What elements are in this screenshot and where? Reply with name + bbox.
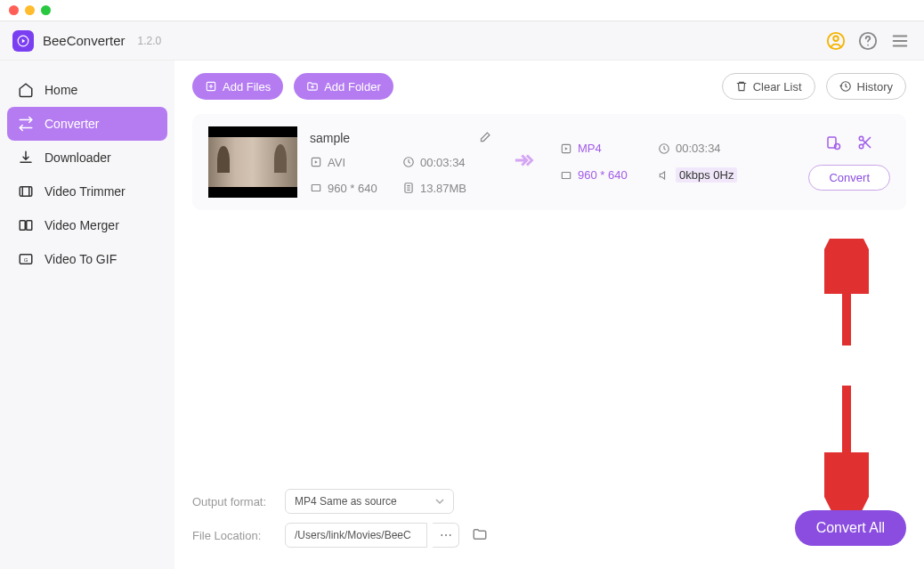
sidebar-item-downloader[interactable]: Downloader xyxy=(7,141,167,175)
add-folder-button[interactable]: Add Folder xyxy=(294,73,393,100)
target-audio: 0kbps 0Hz xyxy=(658,167,756,183)
help-icon[interactable] xyxy=(856,29,879,53)
sidebar-item-label: Converter xyxy=(45,117,99,131)
arrow-icon xyxy=(514,151,539,173)
svg-rect-5 xyxy=(20,187,32,197)
history-button[interactable]: History xyxy=(826,73,906,100)
open-folder-icon[interactable] xyxy=(472,526,488,545)
target-duration: 00:03:34 xyxy=(658,142,756,155)
svg-rect-7 xyxy=(27,221,32,231)
sidebar-item-video-to-gif[interactable]: G Video To GIF xyxy=(7,242,167,276)
source-format: AVI xyxy=(310,156,399,169)
source-size: 13.87MB xyxy=(402,182,491,195)
app-logo xyxy=(12,30,34,52)
output-format-select[interactable]: MP4 Same as source xyxy=(285,489,454,514)
annotation-arrow-1 xyxy=(824,239,869,354)
convert-all-button[interactable]: Convert All xyxy=(795,510,906,546)
convert-button[interactable]: Convert xyxy=(808,165,890,191)
main-content: Add Files Add Folder Clear List History xyxy=(174,61,924,569)
titlebar xyxy=(0,0,924,21)
add-files-button[interactable]: Add Files xyxy=(192,73,283,100)
menu-icon[interactable] xyxy=(888,29,912,53)
window-maximize[interactable] xyxy=(41,5,51,15)
output-format-label: Output format: xyxy=(192,495,272,508)
sidebar-item-video-merger[interactable]: Video Merger xyxy=(7,208,167,242)
video-thumbnail[interactable] xyxy=(208,126,297,198)
target-format[interactable]: MP4 xyxy=(560,142,658,155)
sidebar-item-home[interactable]: Home xyxy=(7,73,167,107)
svg-rect-13 xyxy=(312,185,320,191)
sidebar-item-label: Video Merger xyxy=(45,218,119,232)
settings-icon[interactable] xyxy=(825,134,841,154)
sidebar-item-label: Home xyxy=(45,83,77,97)
sidebar-item-label: Video Trimmer xyxy=(45,184,126,199)
window-close[interactable] xyxy=(9,5,19,15)
source-resolution: 960 * 640 xyxy=(310,182,399,195)
file-location-label: File Location: xyxy=(192,529,272,542)
sidebar-item-label: Downloader xyxy=(45,150,111,165)
file-location-input[interactable]: /Users/link/Movies/BeeC xyxy=(285,523,427,548)
app-name: BeeConverter xyxy=(43,33,126,48)
scissors-icon[interactable] xyxy=(857,134,873,154)
svg-text:G: G xyxy=(24,257,28,263)
svg-point-20 xyxy=(859,136,863,141)
file-name: sample xyxy=(310,131,350,145)
svg-point-4 xyxy=(867,44,869,45)
sidebar: Home Converter Downloader Video Trimmer … xyxy=(0,61,174,569)
source-duration: 00:03:34 xyxy=(402,156,491,169)
sidebar-item-video-trimmer[interactable]: Video Trimmer xyxy=(7,175,167,208)
sidebar-item-converter[interactable]: Converter xyxy=(7,107,167,141)
target-resolution[interactable]: 960 * 640 xyxy=(560,167,658,183)
conversion-item: sample AVI 00:03:34 xyxy=(192,114,906,210)
file-location-more[interactable]: ⋯ xyxy=(433,523,459,548)
svg-rect-17 xyxy=(562,172,570,178)
svg-point-2 xyxy=(833,36,839,41)
clear-list-button[interactable]: Clear List xyxy=(722,73,815,100)
user-icon[interactable] xyxy=(824,29,847,53)
sidebar-item-label: Video To GIF xyxy=(45,252,117,266)
svg-point-21 xyxy=(859,144,863,149)
window-minimize[interactable] xyxy=(25,5,35,15)
svg-rect-6 xyxy=(20,221,25,231)
app-header: BeeConverter 1.2.0 xyxy=(0,21,924,61)
toolbar: Add Files Add Folder Clear List History xyxy=(192,73,906,100)
app-version: 1.2.0 xyxy=(138,35,162,47)
edit-name-icon[interactable] xyxy=(479,130,492,147)
